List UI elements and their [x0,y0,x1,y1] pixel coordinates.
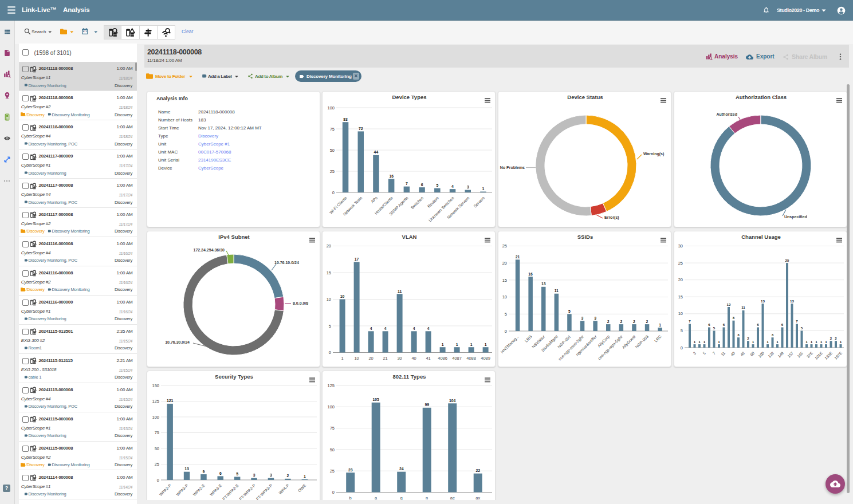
svg-text:165: 165 [796,351,804,359]
svg-text:11: 11 [555,289,559,293]
svg-text:6: 6 [757,322,759,326]
svg-text:1: 1 [456,342,458,346]
svg-text:1: 1 [698,340,701,344]
svg-text:1: 1 [341,356,344,361]
svg-text:1: 1 [825,340,827,344]
svg-text:1: 1 [718,340,720,344]
svg-text:802.11 Types: 802.11 Types [393,373,426,380]
svg-text:WPA3-E: WPA3-E [209,483,223,497]
svg-text:LRG: LRG [524,334,533,343]
svg-text:Authorization Class: Authorization Class [736,94,787,100]
svg-text:2: 2 [747,336,749,340]
svg-text:172.24.254.36/30: 172.24.254.36/30 [194,248,225,252]
svg-text:150: 150 [152,383,159,388]
svg-text:101E: 101E [814,351,824,360]
svg-text:OWE: OWE [297,483,307,493]
svg-text:1: 1 [482,187,485,191]
svg-text:13: 13 [184,467,189,471]
svg-text:75: 75 [330,127,335,132]
svg-text:2: 2 [830,336,832,340]
svg-text:44: 44 [374,150,379,154]
svg-text:10: 10 [678,311,683,316]
svg-text:10: 10 [340,294,345,298]
svg-text:6: 6 [421,183,423,187]
svg-text:cos-ngp-wpa-5ghz: cos-ngp-wpa-5ghz [597,334,624,361]
svg-text:3: 3 [270,473,272,477]
svg-text:Switches: Switches [410,195,424,210]
svg-text:50: 50 [155,446,159,451]
svg-text:100: 100 [327,404,335,410]
svg-text:20: 20 [327,243,331,249]
svg-text:Unspecified: Unspecified [784,215,807,219]
svg-text:25: 25 [330,468,335,474]
svg-text:20: 20 [368,356,373,361]
svg-text:13: 13 [761,299,765,303]
svg-text:Servers: Servers [473,195,485,208]
svg-text:1: 1 [470,342,473,346]
svg-text:4087: 4087 [452,356,462,361]
svg-text:3: 3 [594,316,596,320]
svg-text:3: 3 [467,185,469,189]
svg-text:100: 100 [327,105,335,111]
svg-text:11: 11 [720,351,726,357]
svg-text:1: 1 [485,342,487,346]
svg-text:1: 1 [811,340,813,344]
svg-text:5: 5 [329,324,331,329]
svg-text:21: 21 [383,356,387,361]
svg-text:3: 3 [253,473,255,477]
svg-text:2: 2 [633,320,635,324]
svg-text:12: 12 [727,302,731,306]
svg-text:1: 1 [840,340,842,344]
svg-text:0: 0 [157,478,159,483]
svg-text:3: 3 [772,333,774,337]
svg-text:3: 3 [737,333,740,337]
svg-text:AllyGuest: AllyGuest [621,334,636,350]
svg-text:2: 2 [620,320,622,324]
svg-text:100: 100 [757,351,765,359]
svg-text:1: 1 [805,340,808,344]
svg-text:Channel Usage: Channel Usage [741,234,781,240]
svg-text:6: 6 [723,322,725,326]
svg-text:5: 5 [702,351,707,356]
svg-text:4: 4 [413,326,415,330]
svg-text:2: 2 [607,320,610,324]
svg-text:105: 105 [373,397,380,401]
svg-text:15: 15 [502,278,507,283]
svg-text:72: 72 [359,127,363,131]
svg-text:IPv4 Subnet: IPv4 Subnet [218,234,250,240]
svg-text:48: 48 [740,351,745,357]
svg-text:1: 1 [304,474,306,478]
svg-text:9: 9 [203,470,205,474]
svg-text:25: 25 [155,462,159,467]
svg-text:25: 25 [330,169,335,174]
svg-text:4: 4 [370,326,372,330]
svg-text:No Problems: No Problems [500,166,525,170]
svg-text:7: 7 [689,319,691,323]
svg-text:Security Types: Security Types [215,373,253,380]
svg-text:11: 11 [741,305,745,309]
svg-text:25: 25 [502,243,507,249]
svg-text:6: 6 [781,322,784,326]
svg-text:SSIDs: SSIDs [577,234,593,240]
svg-text:157: 157 [787,351,794,359]
svg-text:1: 1 [694,340,696,344]
svg-text:22: 22 [475,468,480,472]
svg-text:16: 16 [528,272,533,276]
svg-text:6: 6 [219,471,222,475]
svg-text:20: 20 [502,261,507,266]
svg-text:24: 24 [399,467,404,471]
svg-text:7: 7 [712,351,717,356]
svg-text:0: 0 [505,329,507,334]
svg-text:149: 149 [777,351,784,359]
svg-text:4088: 4088 [466,356,476,361]
svg-text:60: 60 [749,351,755,357]
svg-text:21: 21 [516,255,520,259]
svg-text:FT-WPA2-P: FT-WPA2-P [238,483,256,501]
svg-text:5: 5 [681,328,683,333]
svg-text:20: 20 [678,277,683,282]
svg-text:128: 128 [767,351,775,359]
svg-text:WPA3-P: WPA3-P [175,483,189,497]
svg-text:4086: 4086 [438,356,447,361]
svg-text:2: 2 [287,474,289,478]
svg-text:Routers: Routers [427,195,440,208]
